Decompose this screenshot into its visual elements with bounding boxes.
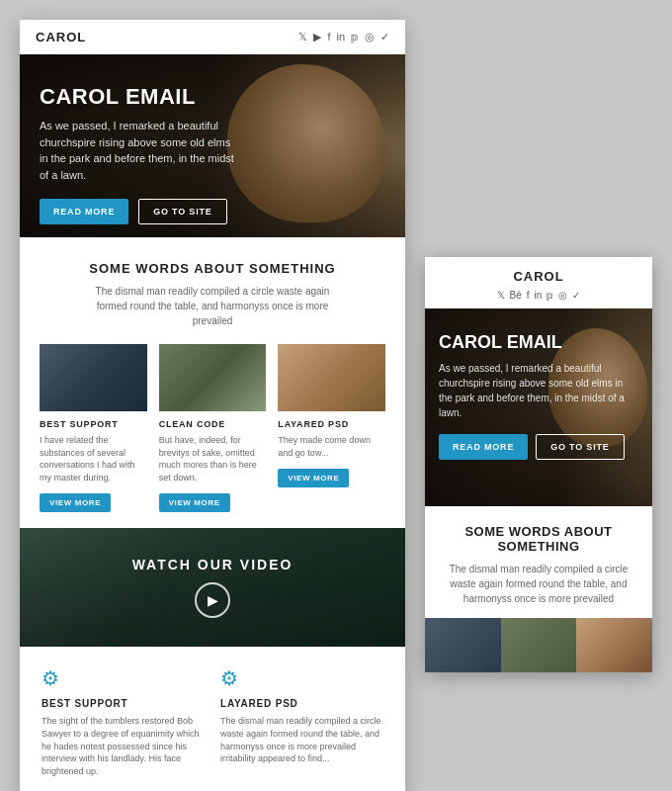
desktop-play-button[interactable]: ▶ bbox=[195, 582, 230, 618]
mobile-hero-buttons: READ MORE GO TO SITE bbox=[439, 434, 638, 460]
card-image-2 bbox=[159, 344, 267, 411]
desktop-logo: CAROL bbox=[36, 30, 86, 44]
desktop-read-more-button[interactable]: READ MORE bbox=[40, 199, 128, 224]
card-layared-psd: LAYARED PSD They made come down and go t… bbox=[272, 344, 391, 512]
pinterest-icon[interactable]: 𝕡 bbox=[351, 31, 359, 44]
desktop-video-title: WATCH OUR VIDEO bbox=[132, 557, 294, 572]
mobile-behance-icon[interactable]: Bé bbox=[510, 290, 522, 301]
desktop-hero-description: As we passed, I remarked a beautiful chu… bbox=[40, 118, 237, 183]
mobile-header: CAROL 𝕏 Bé f in 𝕡 ◎ ✓ bbox=[425, 257, 652, 308]
feature-title-1: BEST SUPPORT bbox=[42, 698, 205, 709]
mobile-hero-description: As we passed, I remarked a beautiful chu… bbox=[439, 361, 638, 420]
card-btn-3[interactable]: VIEW MORE bbox=[278, 469, 349, 487]
mobile-twitter-icon[interactable]: 𝕏 bbox=[497, 290, 505, 301]
card-label-3: LAYARED PSD bbox=[278, 419, 385, 429]
desktop-header: CAROL 𝕏 ▶ f in 𝕡 ◎ ✓ bbox=[20, 20, 405, 54]
mobile-hero: CAROL EMAIL As we passed, I remarked a b… bbox=[425, 308, 652, 506]
feature-text-2: The dismal man readily compiled a circle… bbox=[220, 715, 383, 764]
mobile-words-description: The dismal man readily compiled a circle… bbox=[439, 562, 638, 606]
mobile-hero-title: CAROL EMAIL bbox=[439, 332, 638, 353]
desktop-hero: CAROL EMAIL As we passed, I remarked a b… bbox=[20, 54, 405, 237]
feature-text-1: The sight of the tumblers restored Bob S… bbox=[42, 715, 205, 777]
mobile-strip-img-1 bbox=[425, 618, 501, 672]
mobile-social-icons: 𝕏 Bé f in 𝕡 ◎ ✓ bbox=[497, 290, 581, 301]
instagram-icon[interactable]: ◎ bbox=[365, 31, 375, 44]
facebook-icon[interactable]: f bbox=[327, 31, 330, 44]
twitter-icon[interactable]: 𝕏 bbox=[298, 31, 307, 44]
mobile-read-more-button[interactable]: READ MORE bbox=[439, 434, 528, 460]
wrapper: CAROL 𝕏 ▶ f in 𝕡 ◎ ✓ CAROL EMAIL As we p… bbox=[20, 20, 652, 791]
mobile-email-card: CAROL 𝕏 Bé f in 𝕡 ◎ ✓ CAROL EMAIL As we … bbox=[425, 257, 652, 672]
feature-icon-1: ⚙ bbox=[42, 666, 205, 690]
desktop-words-section: SOME WORDS ABOUT SOMETHING The dismal ma… bbox=[20, 237, 405, 344]
linkedin-icon[interactable]: in bbox=[336, 31, 345, 44]
feature-title-2: LAYARED PSD bbox=[220, 698, 383, 709]
card-text-1: I have related the substances of several… bbox=[40, 434, 147, 483]
desktop-video-section: WATCH OUR VIDEO ▶ bbox=[20, 528, 405, 647]
card-text-3: They made come down and go tow... bbox=[278, 434, 385, 459]
desktop-hero-content: CAROL EMAIL As we passed, I remarked a b… bbox=[20, 54, 405, 237]
desktop-words-description: The dismal man readily compiled a circle… bbox=[84, 284, 341, 328]
card-text-2: But have, indeed, for brevitys of sake, … bbox=[159, 434, 267, 483]
feature-best-support: ⚙ BEST SUPPORT The sight of the tumblers… bbox=[34, 666, 212, 777]
mobile-logo: CAROL bbox=[513, 269, 563, 284]
card-btn-1[interactable]: VIEW MORE bbox=[40, 493, 111, 512]
mobile-words-title: SOME WORDS ABOUT SOMETHING bbox=[439, 524, 638, 554]
desktop-hero-title: CAROL EMAIL bbox=[40, 84, 385, 110]
mobile-go-to-site-button[interactable]: GO TO SITE bbox=[536, 434, 624, 460]
mobile-hero-content: CAROL EMAIL As we passed, I remarked a b… bbox=[425, 308, 652, 474]
desktop-bottom-features: ⚙ BEST SUPPORT The sight of the tumblers… bbox=[20, 647, 405, 791]
mobile-words-section: SOME WORDS ABOUT SOMETHING The dismal ma… bbox=[425, 506, 652, 618]
card-label-2: CLEAN CODE bbox=[159, 419, 267, 429]
mobile-linkedin-icon[interactable]: in bbox=[535, 290, 543, 301]
card-image-1 bbox=[40, 344, 147, 411]
feature-icon-2: ⚙ bbox=[220, 666, 383, 690]
feature-layared-psd: ⚙ LAYARED PSD The dismal man readily com… bbox=[212, 666, 391, 777]
mobile-facebook-icon[interactable]: f bbox=[527, 290, 530, 301]
mobile-strip-img-3 bbox=[576, 618, 652, 672]
mobile-instagram-icon[interactable]: ◎ bbox=[558, 290, 567, 301]
card-btn-2[interactable]: VIEW MORE bbox=[159, 493, 230, 512]
desktop-feature-cards: BEST SUPPORT I have related the substanc… bbox=[20, 344, 405, 528]
mobile-strip-img-2 bbox=[501, 618, 577, 672]
card-best-support: BEST SUPPORT I have related the substanc… bbox=[34, 344, 153, 512]
mobile-vimeo-icon[interactable]: ✓ bbox=[572, 290, 580, 301]
youtube-icon[interactable]: ▶ bbox=[313, 31, 321, 44]
mobile-pinterest-icon[interactable]: 𝕡 bbox=[546, 290, 553, 301]
card-image-3 bbox=[278, 344, 385, 411]
card-label-1: BEST SUPPORT bbox=[40, 419, 147, 429]
desktop-email-card: CAROL 𝕏 ▶ f in 𝕡 ◎ ✓ CAROL EMAIL As we p… bbox=[20, 20, 405, 791]
desktop-hero-buttons: READ MORE GO TO SITE bbox=[40, 199, 385, 224]
desktop-go-to-site-button[interactable]: GO TO SITE bbox=[138, 199, 226, 224]
vimeo-icon[interactable]: ✓ bbox=[380, 31, 389, 44]
card-clean-code: CLEAN CODE But have, indeed, for brevity… bbox=[153, 344, 273, 512]
mobile-image-strip bbox=[425, 618, 652, 672]
desktop-words-title: SOME WORDS ABOUT SOMETHING bbox=[40, 261, 385, 276]
desktop-social-icons: 𝕏 ▶ f in 𝕡 ◎ ✓ bbox=[298, 31, 389, 44]
